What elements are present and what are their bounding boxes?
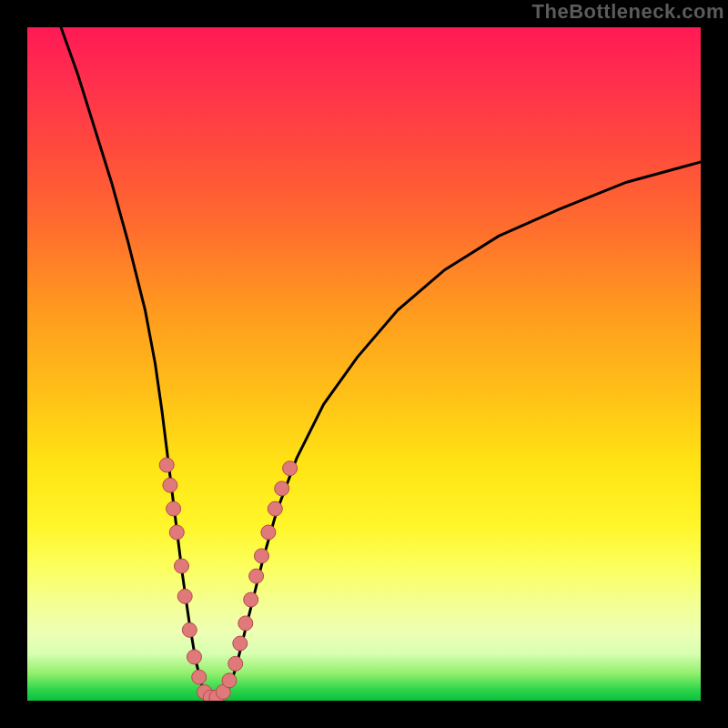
- data-point: [249, 569, 264, 583]
- chart-svg: [27, 27, 701, 701]
- data-point: [255, 549, 269, 563]
- data-point: [182, 622, 197, 637]
- data-point: [283, 461, 298, 476]
- data-point: [187, 650, 202, 664]
- data-point: [228, 656, 243, 671]
- data-point: [275, 481, 289, 496]
- data-point: [222, 673, 237, 688]
- data-point: [167, 501, 181, 516]
- data-points: [159, 458, 297, 701]
- data-point: [177, 589, 192, 603]
- data-point: [244, 592, 258, 607]
- data-point: [175, 559, 189, 573]
- watermark-text: TheBottleneck.com: [532, 0, 724, 24]
- chart-frame: TheBottleneck.com: [0, 0, 728, 728]
- data-point: [169, 525, 184, 540]
- plot-area: [27, 27, 701, 701]
- data-point: [261, 525, 276, 540]
- data-point: [268, 501, 282, 516]
- data-point: [192, 670, 207, 684]
- data-point: [233, 636, 248, 651]
- data-point: [163, 478, 177, 492]
- bottleneck-curve: [61, 27, 701, 700]
- data-point: [159, 458, 174, 472]
- data-point: [238, 616, 253, 631]
